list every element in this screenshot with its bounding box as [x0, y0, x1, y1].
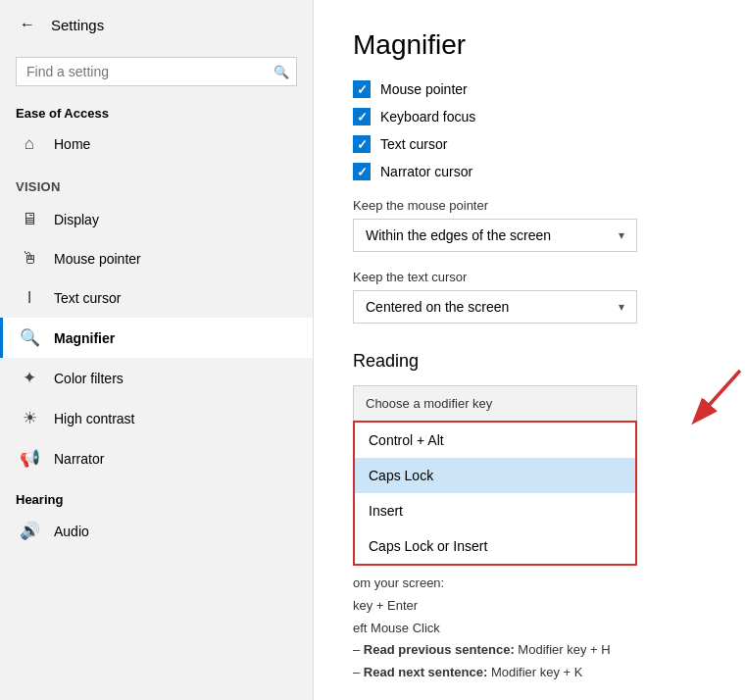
sidebar-header: ← Settings	[0, 0, 313, 49]
sidebar-item-text-cursor[interactable]: I Text cursor	[0, 278, 313, 318]
mouse-pointer-dropdown-label: Keep the mouse pointer	[353, 198, 706, 213]
options-container: Control + Alt Caps Lock Insert Caps Lock…	[353, 421, 637, 566]
checkbox-text-cursor-box[interactable]: ✓	[353, 135, 371, 153]
sidebar-label-text-cursor: Text cursor	[54, 290, 121, 306]
option-control-alt[interactable]: Control + Alt	[355, 423, 635, 458]
sidebar-item-color-filters[interactable]: ✦ Color filters	[0, 358, 313, 398]
sidebar-item-mouse-pointer[interactable]: 🖱 Mouse pointer	[0, 239, 313, 278]
checkbox-mouse-pointer-box[interactable]: ✓	[353, 80, 371, 98]
sidebar-item-magnifier[interactable]: 🔍 Magnifier	[0, 318, 313, 358]
checkbox-narrator-cursor[interactable]: ✓ Narrator cursor	[353, 163, 706, 180]
sidebar-label-display: Display	[54, 212, 99, 227]
checkbox-narrator-cursor-label: Narrator cursor	[380, 164, 472, 179]
checkbox-text-cursor-label: Text cursor	[380, 136, 447, 152]
mouse-pointer-dropdown-arrow: ▾	[619, 228, 624, 242]
sidebar-item-narrator[interactable]: 📢 Narrator	[0, 438, 313, 478]
option-caps-lock[interactable]: Caps Lock	[355, 458, 635, 493]
reading-info-dash-2: –	[353, 665, 364, 679]
sidebar: ← Settings 🔍 Ease of Access ⌂ Home Visio…	[0, 0, 314, 700]
modifier-key-section: Choose a modifier key Control + Alt Caps…	[353, 385, 706, 566]
search-icon: 🔍	[273, 65, 289, 79]
reading-info-line-2: key + Enter	[353, 596, 706, 617]
reading-info-text-3a: eft Mouse Click	[353, 621, 440, 635]
sidebar-label-magnifier: Magnifier	[54, 330, 115, 346]
text-cursor-dropdown-value: Centered on the screen	[366, 299, 509, 315]
text-cursor-icon: I	[19, 288, 40, 308]
reading-section-title: Reading	[353, 351, 706, 372]
search-container: 🔍	[16, 57, 297, 86]
text-cursor-dropdown-label: Keep the text cursor	[353, 270, 706, 284]
checkbox-keyboard-focus-box[interactable]: ✓	[353, 108, 371, 125]
sidebar-label-narrator: Narrator	[54, 451, 104, 467]
reading-info-bold-1: Read previous sentence:	[364, 642, 515, 657]
reading-info-line-1: om your screen:	[353, 574, 706, 594]
reading-info-dash-1: –	[353, 642, 364, 657]
page-title: Magnifier	[353, 29, 706, 61]
mouse-pointer-icon: 🖱	[19, 249, 40, 269]
option-insert[interactable]: Insert	[355, 493, 635, 528]
reading-info-text-5: Modifier key + K	[491, 665, 583, 679]
checkmark-mouse-pointer: ✓	[357, 83, 368, 96]
display-icon: 🖥	[19, 210, 40, 229]
reading-info-line-5: – Read next sentence: Modifier key + K	[353, 663, 706, 683]
high-contrast-icon: ☀	[19, 408, 40, 428]
search-input[interactable]	[16, 57, 297, 86]
svg-line-0	[696, 371, 740, 420]
vision-section-label: Vision	[0, 164, 313, 200]
sidebar-item-display[interactable]: 🖥 Display	[0, 200, 313, 239]
reading-info-line-4: – Read previous sentence: Modifier key +…	[353, 640, 706, 661]
settings-title: Settings	[51, 17, 104, 33]
red-arrow-indicator	[681, 366, 745, 434]
main-content: Magnifier ✓ Mouse pointer ✓ Keyboard foc…	[314, 0, 745, 700]
checkmark-keyboard-focus: ✓	[357, 111, 368, 124]
reading-info: om your screen: key + Enter eft Mouse Cl…	[353, 574, 706, 683]
checkbox-narrator-cursor-box[interactable]: ✓	[353, 163, 371, 180]
mouse-pointer-dropdown-value: Within the edges of the screen	[366, 227, 551, 243]
checkbox-keyboard-focus-label: Keyboard focus	[380, 109, 475, 125]
mouse-pointer-dropdown[interactable]: Within the edges of the screen ▾	[353, 219, 637, 252]
ease-of-access-label: Ease of Access	[0, 94, 313, 125]
reading-info-text-2a: key + Enter	[353, 598, 418, 613]
sidebar-item-home[interactable]: ⌂ Home	[0, 125, 313, 164]
modifier-key-label: Choose a modifier key	[353, 385, 637, 421]
color-filters-icon: ✦	[19, 368, 40, 388]
checkbox-mouse-pointer[interactable]: ✓ Mouse pointer	[353, 80, 706, 98]
sidebar-label-audio: Audio	[54, 524, 89, 539]
option-caps-lock-insert[interactable]: Caps Lock or Insert	[355, 528, 635, 564]
checkbox-keyboard-focus[interactable]: ✓ Keyboard focus	[353, 108, 706, 125]
sidebar-label-color-filters: Color filters	[54, 371, 124, 386]
hearing-section-label: Hearing	[0, 478, 313, 511]
checkbox-mouse-pointer-label: Mouse pointer	[380, 81, 468, 97]
magnifier-icon: 🔍	[19, 327, 40, 348]
reading-info-bold-2: Read next sentence:	[364, 665, 487, 679]
sidebar-item-audio[interactable]: 🔊 Audio	[0, 511, 313, 551]
reading-info-text-4: Modifier key + H	[518, 642, 610, 657]
reading-info-text-1a: om your screen:	[353, 575, 444, 590]
sidebar-label-high-contrast: High contrast	[54, 411, 134, 426]
text-cursor-dropdown-arrow: ▾	[619, 300, 624, 314]
home-icon: ⌂	[19, 134, 40, 154]
checkbox-text-cursor[interactable]: ✓ Text cursor	[353, 135, 706, 153]
sidebar-item-high-contrast[interactable]: ☀ High contrast	[0, 398, 313, 438]
text-cursor-dropdown[interactable]: Centered on the screen ▾	[353, 290, 637, 324]
sidebar-label-mouse-pointer: Mouse pointer	[54, 251, 141, 267]
narrator-icon: 📢	[19, 448, 40, 469]
sidebar-label-home: Home	[54, 136, 90, 152]
checkmark-text-cursor: ✓	[357, 138, 368, 151]
audio-icon: 🔊	[19, 521, 40, 541]
reading-info-line-3: eft Mouse Click	[353, 619, 706, 639]
back-button[interactable]: ←	[16, 12, 39, 37]
checkmark-narrator-cursor: ✓	[357, 166, 368, 178]
